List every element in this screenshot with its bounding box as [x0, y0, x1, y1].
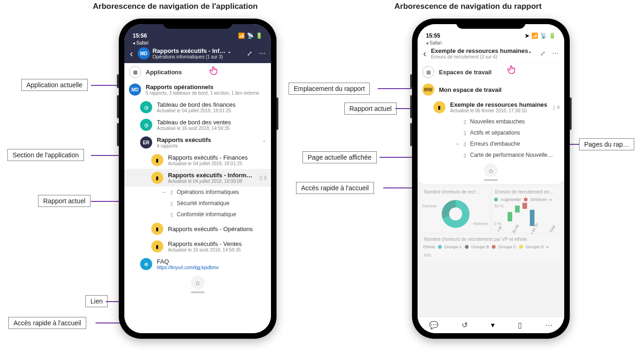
battery-icon: 🔋 [256, 32, 263, 39]
chevron-down-icon: ⌄ [528, 49, 532, 54]
workspace-avatar: MW [422, 84, 434, 96]
page-icon: ▯ [170, 212, 173, 218]
callout-app-section: Section de l'application [7, 149, 84, 161]
phone-right: 15:55 ➤ 📶 📡 🔋 ◂ Safari ‹ Exemple de ress… [412, 19, 570, 339]
page-icon: ▯ [464, 130, 466, 136]
app-row-current[interactable]: MD Rapports opérationnels 5 rapports, 3 … [124, 81, 271, 98]
callout-home-left: Accès rapide à l'accueil [8, 317, 86, 329]
phone-notch [163, 19, 232, 29]
section-row[interactable]: ER Rapports exécutifs 4 rapports ⌃ [124, 134, 271, 151]
report-page-row[interactable]: → ▯ Actifs et séparations [455, 127, 564, 138]
applications-header[interactable]: ▦ Applications [124, 63, 271, 81]
battery-icon: 🔋 [549, 32, 556, 39]
home-button[interactable]: ⌂ [484, 163, 498, 177]
dashboard-row[interactable]: ◷ Tableau de bord des finances Actualisé… [124, 98, 271, 116]
report-row[interactable]: ▮ Rapports exécutifs - Opérations [124, 220, 271, 238]
link-icon: ⊘ [140, 258, 152, 270]
report-page-row[interactable]: → ▯ Sécurité informatique [161, 198, 271, 209]
phone-left: 15:56 📶 📡 🔋 ◂ Safari ‹ MD Rapports exécu… [119, 19, 277, 339]
report-title: Rapports exécutifs - Ventes [168, 240, 266, 247]
chevron-down-icon: ⌄ [227, 49, 231, 54]
chevron-up-icon: ⌃ [262, 140, 266, 146]
dashboard-title: Tableau de bord des ventes [157, 119, 266, 126]
section-avatar: ER [140, 136, 152, 148]
report-title: Rapports exécutifs - Opérations [168, 226, 266, 232]
report-icon: ▮ [151, 154, 163, 166]
comment-icon[interactable]: 💬 [429, 321, 438, 329]
title-left: Arborescence de navigation de l'applicat… [93, 2, 258, 11]
report-subtitle: Actualisé le 06 février 2018, 17:38:10 [450, 108, 548, 113]
wifi-icon: 📡 [540, 32, 547, 39]
page-icon: ▯ [464, 141, 466, 147]
report-pages-block: → ▯ Opérations informatiques → ▯ Sécurit… [124, 187, 271, 220]
more-icon[interactable]: ⋯ [257, 50, 267, 57]
pages-icon[interactable]: ▯ [518, 321, 522, 329]
home-icon: ⌂ [489, 167, 493, 174]
more-icon[interactable]: ⋯ [545, 321, 553, 329]
drag-handle[interactable] [191, 291, 205, 293]
home-button[interactable]: ⌂ [191, 276, 205, 290]
header-title[interactable]: Exemple de ressources humaines⌄ [431, 47, 535, 54]
hand-cursor-icon [208, 65, 220, 77]
link-row[interactable]: ⊘ FAQ https://tinyurl.com/kjg;kjsdbmv [124, 255, 271, 273]
location-icon: ➤ [525, 32, 529, 39]
signal-icon: 📶 [531, 32, 538, 39]
back-chevron-icon[interactable]: ‹ [128, 48, 135, 59]
app-avatar: MD [129, 84, 141, 96]
page-icon: ▯ [464, 119, 466, 125]
report-page-row[interactable]: → ▯ Carte de performance Nouvelle… [455, 149, 564, 161]
dashboard-icon: ◷ [140, 119, 152, 131]
report-icon: ▮ [151, 223, 163, 235]
arrow-right-icon: → [161, 189, 167, 195]
workspace-row[interactable]: MW Mon espace de travail [418, 81, 564, 98]
callout-app-current: Application actuelle [21, 79, 88, 91]
report-row-current[interactable]: ▮ Exemple de ressources humaines Actuali… [418, 98, 564, 116]
report-page-row[interactable]: → ▯ Conformité informatique [161, 209, 271, 220]
report-page-row[interactable]: → ▯ Opérations informatiques [161, 187, 271, 198]
link-title: FAQ [157, 258, 266, 265]
callout-page-current: Page actuelle affichée [303, 151, 377, 163]
dashboard-row[interactable]: ◷ Tableau de bord des ventes Actualisé l… [124, 116, 271, 134]
header-title[interactable]: Rapports exécutifs - Inf… ⌄ [153, 47, 242, 54]
callout-report-pages: Pages du rap… [579, 138, 634, 150]
header-subtitle: Opérations informatiques (1 sur 3) [153, 54, 242, 59]
callout-report-current-right: Rapport actuel [344, 103, 397, 115]
report-row[interactable]: ▮ Rapports exécutifs - Finances Actualis… [124, 151, 271, 169]
app-title: Rapports opérationnels [146, 84, 266, 90]
back-chevron-icon[interactable]: ‹ [421, 48, 428, 59]
link-url: https://tinyurl.com/kjg;kjsdbmv [157, 265, 266, 270]
back-to-safari[interactable]: ◂ Safari [124, 40, 271, 45]
callout-home-right: Accès rapide à l'accueil [296, 182, 374, 194]
drag-handle[interactable] [484, 179, 498, 181]
status-time: 15:55 [426, 32, 440, 39]
report-row-current[interactable]: ▮ Rapports exécutifs - Inform… Actualisé… [124, 169, 271, 187]
dashboard-title: Tableau de bord des finances [157, 101, 266, 108]
section-title: Rapports exécutifs [157, 136, 258, 143]
report-page-row[interactable]: → ▯ Nouvelles embauches [455, 116, 564, 127]
report-page-row[interactable]: → ▯ Erreurs d'embauche [455, 138, 564, 149]
more-icon[interactable]: ⋯ [550, 50, 560, 57]
expand-icon[interactable]: ⤢ [538, 50, 547, 57]
report-row[interactable]: ▮ Rapports exécutifs - Ventes Actualisé … [124, 238, 271, 255]
callout-report-current-left: Rapport actuel [38, 195, 90, 207]
filter-icon[interactable]: ▾ [491, 321, 495, 329]
expand-icon[interactable]: ⤢ [245, 50, 254, 57]
hand-cursor-icon [506, 64, 518, 76]
nav-panel-right: ▤ Espaces de travail MW Mon espace de tr… [418, 63, 564, 184]
report-title: Exemple de ressources humaines [450, 101, 548, 108]
page-count: ▯ 3 [259, 175, 266, 181]
page-icon: ▯ [553, 104, 555, 110]
back-to-safari[interactable]: ◂ Safari [418, 40, 564, 45]
callout-report-location: Emplacement du rapport [289, 83, 370, 95]
workspaces-header[interactable]: ▤ Espaces de travail [418, 63, 564, 81]
report-subtitle: Actualisé le 16 août 2018, 14:59:35 [168, 247, 266, 252]
page-icon: ▯ [170, 189, 173, 195]
dashboard-icon: ◷ [140, 101, 152, 113]
report-subtitle: Actualisé le 04 juillet 2018, 18:01:25 [168, 161, 266, 166]
header-avatar: MD [138, 47, 150, 59]
page-icon: ▯ [259, 175, 262, 181]
report-subtitle: Actualisé le 04 juillet 2018, 18:00:08 [168, 179, 255, 184]
report-content-dimmed: Nombre d'erreurs de recr… Femme Homme Er… [418, 184, 564, 316]
refresh-icon[interactable]: ↺ [462, 321, 468, 329]
report-pages-block: → ▯ Nouvelles embauches → ▯ Actifs et sé… [418, 116, 564, 161]
